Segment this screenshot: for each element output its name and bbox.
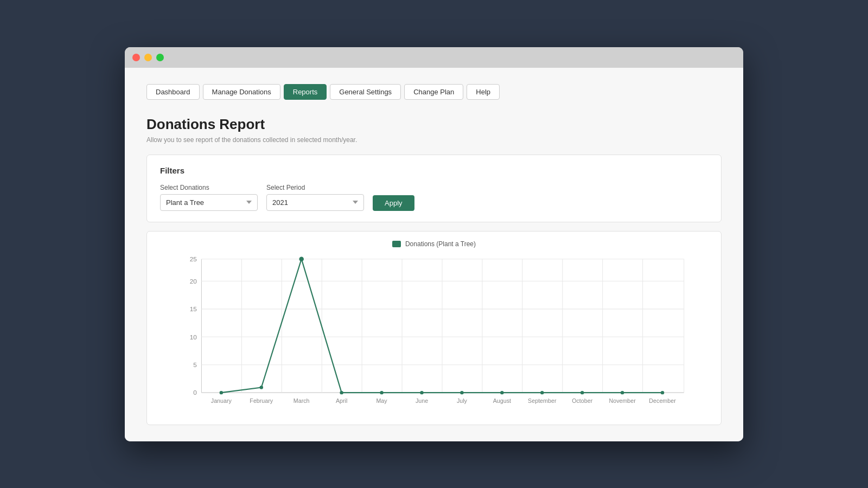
data-point: [260, 386, 263, 389]
svg-text:February: February: [250, 397, 273, 404]
apply-button[interactable]: Apply: [373, 195, 414, 211]
legend-label: Donations (Plant a Tree): [405, 240, 476, 248]
nav-bar: Dashboard Manage Donations Reports Gener…: [146, 84, 722, 100]
svg-text:20: 20: [190, 277, 197, 284]
donations-filter-group: Select Donations Plant a Tree: [160, 184, 258, 211]
chart-legend: Donations (Plant a Tree): [158, 240, 710, 248]
nav-manage-donations[interactable]: Manage Donations: [203, 84, 280, 100]
minimize-button[interactable]: [144, 54, 152, 61]
donations-label: Select Donations: [160, 184, 258, 191]
svg-text:January: January: [211, 397, 232, 404]
data-point: [540, 390, 544, 394]
svg-text:July: July: [457, 397, 468, 404]
page-title: Donations Report: [146, 116, 722, 133]
data-point: [380, 390, 383, 394]
data-point: [661, 390, 664, 394]
line-chart: 0 5 10 15 20 25 January February March A…: [158, 253, 710, 416]
period-select[interactable]: 2021: [266, 194, 364, 211]
app-window: Dashboard Manage Donations Reports Gener…: [125, 47, 743, 441]
data-point: [621, 390, 624, 394]
data-point: [500, 390, 503, 394]
nav-reports[interactable]: Reports: [284, 84, 327, 100]
svg-text:May: May: [376, 397, 387, 404]
svg-text:5: 5: [193, 361, 197, 368]
svg-text:September: September: [528, 397, 557, 404]
filters-row: Select Donations Plant a Tree Select Per…: [160, 184, 708, 211]
nav-change-plan[interactable]: Change Plan: [404, 84, 463, 100]
period-filter-group: Select Period 2021: [266, 184, 364, 211]
data-point: [460, 390, 463, 394]
svg-text:15: 15: [190, 305, 197, 312]
chart-line: [221, 259, 662, 392]
svg-text:June: June: [416, 397, 428, 404]
svg-text:October: October: [572, 397, 593, 404]
period-label: Select Period: [266, 184, 364, 191]
nav-general-settings[interactable]: General Settings: [330, 84, 401, 100]
nav-help[interactable]: Help: [467, 84, 500, 100]
data-point: [420, 390, 423, 394]
maximize-button[interactable]: [156, 54, 164, 61]
svg-text:November: November: [609, 397, 636, 404]
filters-title: Filters: [160, 166, 708, 175]
data-point: [580, 390, 584, 394]
svg-text:25: 25: [190, 255, 197, 262]
data-point: [340, 390, 343, 394]
chart-panel: Donations (Plant a Tree): [146, 231, 722, 425]
filters-panel: Filters Select Donations Plant a Tree Se…: [146, 155, 722, 222]
page-subtitle: Allow you to see report of the donations…: [146, 136, 722, 144]
legend-color-swatch: [392, 241, 401, 247]
titlebar: [125, 47, 743, 68]
svg-text:March: March: [293, 397, 310, 404]
data-point: [220, 390, 223, 394]
chart-area: 0 5 10 15 20 25 January February March A…: [158, 253, 710, 416]
svg-text:0: 0: [193, 389, 197, 396]
donations-select[interactable]: Plant a Tree: [160, 194, 258, 211]
svg-text:December: December: [649, 397, 676, 404]
data-point: [299, 256, 304, 261]
svg-text:August: August: [493, 397, 511, 404]
close-button[interactable]: [132, 54, 140, 61]
main-content: Dashboard Manage Donations Reports Gener…: [125, 68, 743, 441]
svg-text:10: 10: [190, 333, 197, 340]
nav-dashboard[interactable]: Dashboard: [146, 84, 200, 100]
svg-text:April: April: [336, 397, 347, 404]
